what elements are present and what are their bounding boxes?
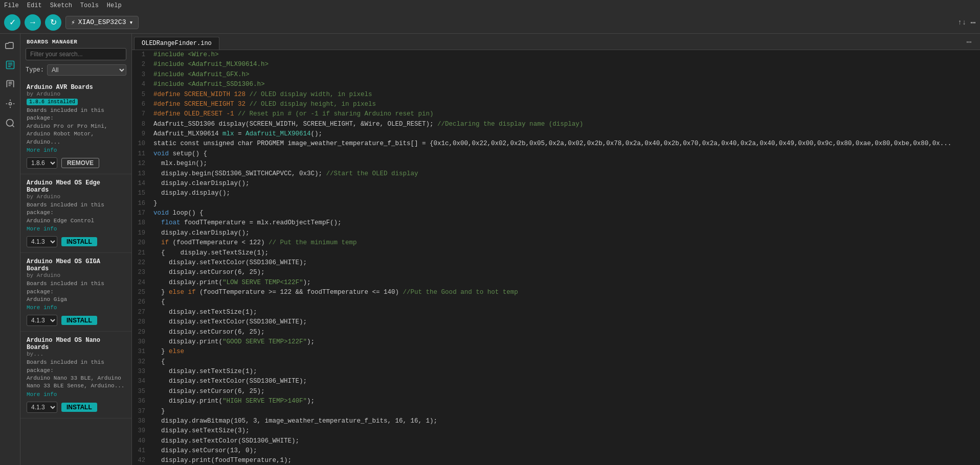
- line-code: display.setTextColor(SSD1306_WHITE);: [151, 258, 980, 268]
- board-item-more-link[interactable]: More info: [27, 147, 125, 153]
- menu-tools[interactable]: Tools: [80, 2, 99, 9]
- line-code: display.print("GOOD SERVE TEMP>122F");: [151, 337, 980, 347]
- board-list-item: Arduino Mbed OS GIGA Boardsby ArduinoBoa…: [20, 253, 131, 332]
- board-item-author: by Arduino: [27, 91, 125, 97]
- table-row: 35 display.setCursor(6, 25);: [132, 387, 980, 397]
- verify-button[interactable]: ✓: [4, 14, 20, 31]
- line-code: if (foodTTemperature < 122) // Put the m…: [151, 238, 980, 248]
- line-code: }: [151, 199, 980, 208]
- board-item-desc: Boards included in this package:Arduino …: [27, 107, 125, 146]
- table-row: 32 {: [132, 357, 980, 367]
- board-item-badge: 1.8.6 installed: [27, 99, 78, 105]
- board-version-select[interactable]: 4.1.3: [27, 402, 57, 413]
- table-row: 28 display.setTextColor(SSD1306_WHITE);: [132, 317, 980, 327]
- board-item-controls: 4.1.3INSTALL: [27, 315, 125, 326]
- line-number: 19: [132, 228, 151, 238]
- board-version-select[interactable]: 1.8.6: [27, 157, 57, 169]
- line-code: display.print(foodTTemperature,1);: [151, 456, 980, 465]
- upload-button[interactable]: →: [25, 14, 41, 31]
- menu-edit[interactable]: Edit: [27, 2, 42, 9]
- line-code: }: [151, 407, 980, 416]
- board-item-author: by...: [27, 351, 125, 357]
- table-row: 18 float foodTTemperature = mlx.readObje…: [132, 218, 980, 228]
- table-row: 2#include <Adafruit_MLX90614.h>: [132, 60, 980, 69]
- line-code: display.setCursor(13, 0);: [151, 446, 980, 456]
- line-code: #define SCREEN_WIDTH 128 // OLED display…: [151, 90, 980, 100]
- table-row: 19 display.clearDisplay();: [132, 228, 980, 238]
- board-item-title: Arduino Mbed OS Edge Boards: [27, 179, 125, 194]
- code-editor[interactable]: 1#include <Wire.h>2#include <Adafruit_ML…: [132, 50, 980, 465]
- sidebar-item-search[interactable]: [3, 115, 18, 131]
- sidebar-item-debug[interactable]: [3, 96, 18, 111]
- line-number: 4: [132, 80, 151, 89]
- line-number: 15: [132, 189, 151, 198]
- board-icon: ⚡: [71, 18, 75, 27]
- boards-type-select[interactable]: All Installed Updatable: [47, 64, 126, 76]
- board-version-select[interactable]: 4.1.3: [27, 315, 57, 326]
- line-code: Adafruit_SSD1306 display(SCREEN_WIDTH, S…: [151, 120, 980, 129]
- board-item-more-link[interactable]: More info: [27, 305, 125, 311]
- line-number: 40: [132, 436, 151, 446]
- editor-area: OLEDRangeFinder.ino ⋯ 1#include <Wire.h>…: [132, 34, 980, 465]
- menu-bar: File Edit Sketch Tools Help: [0, 0, 980, 11]
- line-code: display.print("LOW SERVE TEMP<122F");: [151, 278, 980, 288]
- editor-tab-oled[interactable]: OLEDRangeFinder.ino: [134, 37, 219, 50]
- line-code: #define OLED_RESET -1 // Reset pin # (or…: [151, 109, 980, 119]
- debug-button[interactable]: ↻: [45, 14, 61, 31]
- line-number: 11: [132, 149, 151, 159]
- toolbar-more-icon[interactable]: ⋯: [970, 17, 976, 28]
- board-item-desc: Boards included in this package:Arduino …: [27, 280, 125, 304]
- svg-point-2: [6, 120, 13, 126]
- board-item-more-link[interactable]: More info: [27, 391, 125, 398]
- line-code: display.print("HIGH SERVE TEMP>140F");: [151, 397, 980, 406]
- sidebar-item-boards[interactable]: [3, 57, 18, 73]
- board-version-select[interactable]: 4.1.3: [27, 236, 57, 247]
- board-item-more-link[interactable]: More info: [27, 226, 125, 232]
- board-remove-button[interactable]: REMOVE: [61, 158, 99, 168]
- sidebar-item-library[interactable]: [3, 77, 18, 92]
- board-install-button[interactable]: INSTALL: [61, 403, 97, 412]
- line-number: 23: [132, 268, 151, 277]
- board-install-button[interactable]: INSTALL: [61, 237, 97, 246]
- board-item-title: Arduino Mbed OS GIGA Boards: [27, 258, 125, 272]
- line-code: display.clearDisplay();: [151, 179, 980, 189]
- line-code: Adafruit_MLX90614 mlx = Adafruit_MLX9061…: [151, 129, 980, 139]
- board-item-desc: Boards included in this package:Arduino …: [27, 359, 125, 390]
- table-row: 13 display.begin(SSD1306_SWITCHCAPVCC, 0…: [132, 169, 980, 179]
- line-number: 34: [132, 377, 151, 386]
- line-number: 2: [132, 60, 151, 69]
- line-number: 22: [132, 258, 151, 268]
- line-number: 18: [132, 218, 151, 228]
- table-row: 30 display.print("GOOD SERVE TEMP>122F")…: [132, 337, 980, 347]
- line-number: 8: [132, 120, 151, 129]
- tab-more-button[interactable]: ⋯: [966, 34, 976, 50]
- table-row: 42 display.print(foodTTemperature,1);: [132, 456, 980, 465]
- boards-search-input[interactable]: [26, 48, 126, 60]
- line-number: 42: [132, 456, 151, 465]
- line-number: 28: [132, 317, 151, 327]
- sidebar-item-folder[interactable]: [3, 38, 18, 53]
- line-number: 24: [132, 278, 151, 288]
- board-name: XIAO_ESP32C3: [78, 18, 126, 26]
- table-row: 21 { display.setTextSize(1);: [132, 248, 980, 258]
- menu-file[interactable]: File: [4, 2, 19, 9]
- board-list-item: Arduino AVR Boardsby Arduino1.8.6 instal…: [20, 79, 131, 174]
- line-number: 38: [132, 416, 151, 426]
- line-number: 37: [132, 407, 151, 416]
- line-code: display.setTextColor(SSD1306_WHITE);: [151, 436, 980, 446]
- table-row: 20 if (foodTTemperature < 122) // Put th…: [132, 238, 980, 248]
- table-row: 8Adafruit_SSD1306 display(SCREEN_WIDTH, …: [132, 120, 980, 129]
- serial-monitor-icon[interactable]: ↑↓: [957, 18, 966, 27]
- board-selector[interactable]: ⚡ XIAO_ESP32C3 ▾: [65, 16, 139, 29]
- menu-help[interactable]: Help: [107, 2, 122, 9]
- table-row: 26 {: [132, 297, 980, 307]
- table-row: 41 display.setCursor(13, 0);: [132, 446, 980, 456]
- menu-sketch[interactable]: Sketch: [50, 2, 72, 9]
- board-item-desc: Boards included in this package:Arduino …: [27, 201, 125, 225]
- line-number: 14: [132, 179, 151, 189]
- board-install-button[interactable]: INSTALL: [61, 316, 97, 325]
- boards-type-row: Type: All Installed Updatable: [20, 63, 131, 79]
- line-code: display.setTextSize(1);: [151, 308, 980, 317]
- line-number: 36: [132, 397, 151, 406]
- line-code: display.setTextColor(SSD1306_WHITE);: [151, 317, 980, 327]
